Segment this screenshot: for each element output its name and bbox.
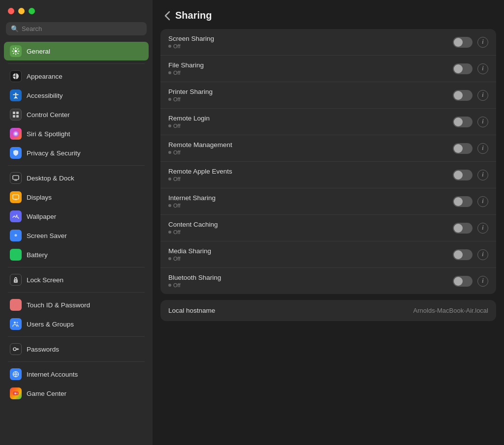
sharing-controls-remote-login: i <box>453 117 488 127</box>
sidebar-label-internet-accounts: Internet Accounts <box>27 371 78 378</box>
status-dot <box>168 124 171 127</box>
game-center-icon <box>10 387 22 399</box>
sidebar-item-internet-accounts[interactable]: Internet Accounts <box>4 365 149 384</box>
sharing-controls-content-caching: i <box>453 223 488 234</box>
sidebar-item-desktop-dock[interactable]: Desktop & Dock <box>4 169 149 187</box>
svg-point-0 <box>15 50 17 53</box>
sidebar-item-screen-saver[interactable]: Screen Saver <box>4 226 149 245</box>
sharing-status-text-remote-management: Off <box>173 149 180 155</box>
sharing-status-internet-sharing: Off <box>168 203 453 208</box>
search-box[interactable]: 🔍 Search <box>6 22 147 35</box>
sharing-title-media-sharing: Media Sharing <box>168 247 453 255</box>
minimize-button[interactable] <box>18 8 25 14</box>
svg-point-7 <box>13 131 19 137</box>
traffic-lights <box>0 0 153 20</box>
info-button-remote-login[interactable]: i <box>477 117 488 127</box>
sidebar-divider <box>8 361 145 362</box>
sidebar-item-siri-spotlight[interactable]: Siri & Spotlight <box>4 124 149 143</box>
sidebar-item-privacy-security[interactable]: Privacy & Security <box>4 144 149 162</box>
sidebar-item-passwords[interactable]: Passwords <box>4 340 149 358</box>
sharing-status-text-screen-sharing: Off <box>173 43 180 49</box>
status-dot <box>168 151 171 154</box>
sidebar-item-general[interactable]: General <box>4 42 149 60</box>
search-placeholder: Search <box>22 25 42 32</box>
sidebar-label-accessibility: Accessibility <box>27 92 63 99</box>
toggle-bluetooth-sharing[interactable] <box>453 276 472 287</box>
sidebar-label-general: General <box>27 48 50 55</box>
toggle-remote-apple-events[interactable] <box>453 170 472 180</box>
sharing-controls-printer-sharing: i <box>453 90 488 101</box>
screen-saver-icon <box>10 230 22 241</box>
toggle-file-sharing[interactable] <box>453 63 472 74</box>
info-button-media-sharing[interactable]: i <box>477 249 488 260</box>
sidebar-item-appearance[interactable]: Appearance <box>4 67 149 86</box>
sidebar-item-users-groups[interactable]: Users & Groups <box>4 315 149 333</box>
toggle-media-sharing[interactable] <box>453 249 472 260</box>
svg-point-12 <box>16 215 18 216</box>
status-dot <box>168 98 171 101</box>
sharing-row-info-remote-management: Remote ManagementOff <box>168 141 453 155</box>
info-button-remote-apple-events[interactable]: i <box>477 170 488 180</box>
search-icon: 🔍 <box>11 25 19 32</box>
toggle-screen-sharing[interactable] <box>453 37 472 48</box>
sharing-controls-internet-sharing: i <box>453 196 488 207</box>
close-button[interactable] <box>8 8 14 14</box>
sidebar-item-touch-id-password[interactable]: Touch ID & Password <box>4 296 149 314</box>
svg-rect-9 <box>14 180 17 181</box>
sidebar-label-screen-saver: Screen Saver <box>27 232 67 239</box>
toggle-remote-login[interactable] <box>453 117 472 127</box>
toggle-printer-sharing[interactable] <box>453 90 472 101</box>
sidebar-item-game-center[interactable]: Game Center <box>4 384 149 403</box>
sidebar-item-displays[interactable]: Displays <box>4 188 149 207</box>
sharing-status-text-file-sharing: Off <box>173 70 180 76</box>
main-content: Sharing Screen SharingOffiFile SharingOf… <box>153 0 504 445</box>
battery-icon <box>10 249 22 261</box>
svg-point-2 <box>15 93 17 94</box>
info-button-bluetooth-sharing[interactable]: i <box>477 276 488 287</box>
back-button[interactable] <box>164 11 170 21</box>
sidebar-divider <box>8 267 145 267</box>
info-button-content-caching[interactable]: i <box>477 223 488 234</box>
sidebar-divider <box>8 336 145 337</box>
info-button-remote-management[interactable]: i <box>477 143 488 154</box>
sidebar-label-lock-screen: Lock Screen <box>27 276 63 284</box>
sharing-controls-bluetooth-sharing: i <box>453 276 488 287</box>
svg-point-18 <box>15 281 16 282</box>
info-button-internet-sharing[interactable]: i <box>477 196 488 207</box>
info-button-screen-sharing[interactable]: i <box>477 37 488 48</box>
status-dot <box>168 45 171 48</box>
sidebar-item-wallpaper[interactable]: Wallpaper <box>4 207 149 226</box>
status-dot <box>168 71 171 74</box>
svg-point-23 <box>17 322 18 324</box>
sharing-controls-remote-apple-events: i <box>453 170 488 180</box>
sharing-controls-file-sharing: i <box>453 63 488 74</box>
internet-accounts-icon <box>10 368 22 380</box>
sidebar-item-battery[interactable]: Battery <box>4 245 149 264</box>
sharing-status-screen-sharing: Off <box>168 43 453 49</box>
hostname-section: Local hostname Arnolds-MacBook-Air.local <box>160 300 496 321</box>
sharing-status-text-internet-sharing: Off <box>173 203 180 208</box>
appearance-icon <box>10 70 22 82</box>
sidebar-item-lock-screen[interactable]: Lock Screen <box>4 270 149 289</box>
info-button-file-sharing[interactable]: i <box>477 63 488 74</box>
toggle-remote-management[interactable] <box>453 143 472 154</box>
sharing-row-info-media-sharing: Media SharingOff <box>168 247 453 262</box>
status-dot <box>168 284 171 287</box>
sidebar-divider <box>8 165 145 166</box>
page-title: Sharing <box>175 10 212 21</box>
sharing-status-text-content-caching: Off <box>173 229 180 235</box>
sharing-title-screen-sharing: Screen Sharing <box>168 35 453 42</box>
maximize-button[interactable] <box>29 8 35 14</box>
sharing-row-printer-sharing: Printer SharingOffi <box>160 82 496 109</box>
accessibility-icon <box>10 89 22 101</box>
sidebar-item-control-center[interactable]: Control Center <box>4 105 149 124</box>
info-button-printer-sharing[interactable]: i <box>477 90 488 101</box>
sidebar-label-wallpaper: Wallpaper <box>27 213 56 220</box>
sidebar-item-accessibility[interactable]: Accessibility <box>4 86 149 105</box>
toggle-internet-sharing[interactable] <box>453 196 472 207</box>
sidebar-label-touch-id-password: Touch ID & Password <box>27 301 90 309</box>
sharing-row-info-screen-sharing: Screen SharingOff <box>168 35 453 49</box>
svg-rect-4 <box>16 112 19 114</box>
sidebar-label-privacy-security: Privacy & Security <box>27 149 81 157</box>
toggle-content-caching[interactable] <box>453 223 472 234</box>
